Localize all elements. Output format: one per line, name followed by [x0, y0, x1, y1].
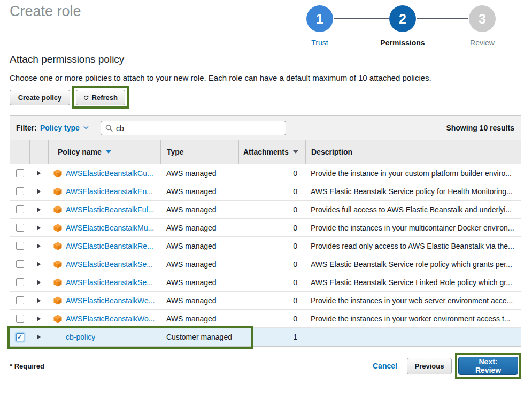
column-header-attachments[interactable]: Attachments [238, 140, 305, 164]
step-number: 1 [316, 11, 323, 27]
policy-type: Customer managed [160, 328, 238, 346]
policy-type: AWS managed [160, 164, 238, 182]
policy-name-link[interactable]: AWSElasticBeanstalkWe... [66, 296, 155, 305]
policy-cube-icon [53, 242, 62, 250]
wizard-connector-line [334, 18, 389, 19]
row-checkbox[interactable] [16, 242, 24, 250]
expand-arrow-icon[interactable] [37, 207, 41, 212]
results-count: Showing 10 results [446, 124, 514, 132]
column-header-type: Type [160, 140, 238, 164]
search-input[interactable] [116, 124, 281, 133]
policy-type: AWS managed [160, 182, 238, 200]
policy-cube-icon [53, 187, 62, 196]
policy-name-link[interactable]: AWSElasticBeanstalkEn... [66, 187, 153, 196]
column-label: Attachments [243, 148, 289, 156]
attachments-count: 0 [238, 237, 305, 255]
chevron-down-icon [83, 124, 89, 129]
policy-cube-icon [53, 278, 62, 287]
expand-arrow-icon[interactable] [37, 189, 41, 194]
table-row[interactable]: AWSElasticBeanstalkFul... AWS managed 0 … [10, 201, 521, 219]
section-heading: Attach permissions policy [10, 53, 124, 65]
refresh-label: Refresh [92, 94, 118, 102]
step-label-permissions: Permissions [380, 39, 425, 47]
step-label-trust: Trust [311, 39, 328, 47]
step-circle-trust: 1 [306, 5, 333, 32]
expand-arrow-icon[interactable] [37, 262, 41, 267]
policy-name-link[interactable]: AWSElasticBeanstalkMu... [66, 224, 154, 232]
attachments-count: 0 [238, 182, 305, 200]
policy-cube-icon [53, 224, 62, 232]
previous-button[interactable]: Previous [407, 358, 452, 374]
step-circle-review: 3 [469, 5, 496, 32]
filter-type-dropdown[interactable]: Policy type [40, 124, 87, 132]
column-label: Policy name [58, 148, 102, 156]
section-description: Choose one or more policies to attach to… [10, 73, 431, 82]
row-checkbox[interactable] [16, 187, 24, 195]
row-checkbox[interactable] [16, 333, 24, 341]
attachments-count: 0 [238, 292, 305, 309]
expand-arrow-icon[interactable] [37, 243, 41, 249]
header-expand-cell [29, 140, 48, 164]
policy-name-link[interactable]: AWSElasticBeanstalkWo... [66, 315, 155, 323]
step-number: 3 [479, 11, 486, 27]
row-checkbox[interactable] [16, 278, 24, 286]
row-checkbox[interactable] [16, 205, 24, 213]
table-row[interactable]: AWSElasticBeanstalkWo... AWS managed 0 P… [10, 310, 521, 328]
policy-description: Provide the instances in your multiconta… [305, 219, 521, 236]
column-label: Description [311, 148, 352, 156]
row-checkbox[interactable] [16, 169, 24, 177]
policy-cube-icon [53, 205, 62, 214]
column-header-policy-name[interactable]: Policy name [48, 140, 160, 164]
row-checkbox[interactable] [16, 224, 24, 232]
row-checkbox[interactable] [16, 296, 24, 304]
create-policy-button[interactable]: Create policy [10, 90, 70, 105]
table-row[interactable]: AWSElasticBeanstalkEn... AWS managed 0 A… [10, 182, 521, 201]
next-review-button[interactable]: Next: Review [458, 357, 518, 375]
policy-name-link[interactable]: AWSElasticBeanstalkSe... [66, 260, 153, 269]
expand-arrow-icon[interactable] [37, 334, 41, 340]
expand-arrow-icon[interactable] [37, 171, 41, 176]
filter-bar: Filter: Policy type Showing 10 results [10, 116, 521, 140]
column-header-description: Description [305, 140, 521, 164]
attachments-count: 0 [238, 164, 305, 182]
policy-name-link[interactable]: cb-policy [66, 333, 95, 341]
expand-arrow-icon[interactable] [37, 316, 41, 321]
table-row[interactable]: AWSElasticBeanstalkCu... AWS managed 0 P… [10, 164, 521, 182]
row-checkbox[interactable] [16, 315, 24, 323]
expand-arrow-icon[interactable] [37, 280, 41, 285]
table-row[interactable]: AWSElasticBeanstalkRe... AWS managed 0 P… [10, 237, 521, 255]
attachments-count: 0 [238, 201, 305, 218]
search-icon [105, 124, 113, 132]
policy-name-link[interactable]: AWSElasticBeanstalkFul... [66, 205, 154, 214]
attachments-count: 1 [238, 328, 305, 346]
policy-type: AWS managed [160, 310, 238, 327]
wizard-connector-line [417, 18, 468, 19]
table-row[interactable]: AWSElasticBeanstalkWe... AWS managed 0 P… [10, 292, 521, 310]
filter-type-label: Policy type [40, 124, 80, 132]
search-box[interactable] [101, 121, 286, 135]
table-row[interactable]: AWSElasticBeanstalkMu... AWS managed 0 P… [10, 219, 521, 237]
table-row[interactable]: AWSElasticBeanstalkSe... AWS managed 0 A… [10, 255, 521, 273]
expand-arrow-icon[interactable] [37, 298, 41, 303]
policy-name-link[interactable]: AWSElasticBeanstalkRe... [66, 242, 153, 250]
row-checkbox[interactable] [16, 260, 24, 268]
page-title: Create role [10, 3, 81, 20]
step-circle-permissions: 2 [389, 5, 416, 32]
attachments-count: 0 [238, 255, 305, 273]
policy-name-link[interactable]: AWSElasticBeanstalkCu... [66, 169, 153, 178]
policy-description: Provide the instance in your custom plat… [305, 164, 521, 182]
filter-label: Filter: [16, 124, 37, 132]
refresh-button[interactable]: Refresh [76, 90, 125, 105]
policy-type: AWS managed [160, 292, 238, 309]
policy-name-link[interactable]: AWSElasticBeanstalkSe... [66, 278, 153, 287]
expand-arrow-icon[interactable] [37, 225, 41, 231]
sort-down-icon [106, 150, 111, 154]
next-review-label: Next: Review [466, 357, 511, 374]
policy-cube-icon [53, 169, 62, 178]
create-policy-label: Create policy [18, 94, 62, 102]
table-row[interactable]: cb-policy Customer managed 1 [10, 328, 521, 346]
table-body: AWSElasticBeanstalkCu... AWS managed 0 P… [10, 164, 521, 346]
table-row[interactable]: AWSElasticBeanstalkSe... AWS managed 0 A… [10, 273, 521, 292]
cancel-link[interactable]: Cancel [373, 362, 397, 370]
step-number: 2 [399, 11, 406, 27]
